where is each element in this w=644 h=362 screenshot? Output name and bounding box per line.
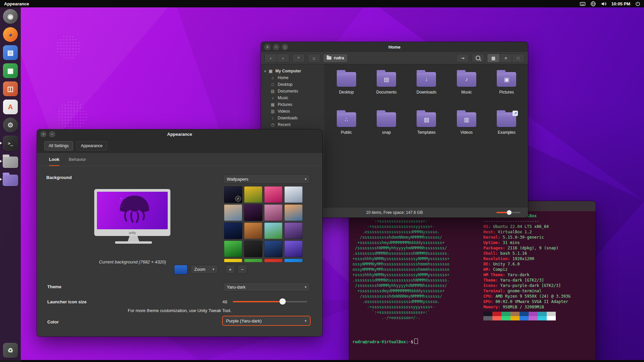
launcher-item-libreoffice-calc[interactable]: ▦	[0, 62, 21, 80]
close-button[interactable]: ×	[264, 44, 271, 50]
wallpaper-source-dropdown[interactable]: Wallpapers ▾	[223, 174, 310, 184]
sidebar-item-label: Downloads	[278, 116, 298, 120]
volume-icon[interactable]	[601, 1, 607, 6]
icon-view-button[interactable]: ▦	[487, 54, 499, 62]
search-button[interactable]	[472, 54, 484, 63]
launcher-item-trash[interactable]: ♻	[0, 341, 21, 359]
maximize-button[interactable]: □	[282, 44, 288, 50]
sidebar-item-pictures[interactable]: ▦Pictures	[261, 101, 325, 108]
wallpaper-thumb-7[interactable]	[264, 204, 282, 221]
wallpaper-thumb-3[interactable]	[264, 186, 282, 203]
breadcrumb[interactable]: rudra	[323, 54, 348, 63]
wallpaper-thumb-4[interactable]	[284, 186, 303, 203]
home-button[interactable]: ⌂	[308, 54, 320, 63]
wallpaper-thumb-8[interactable]	[284, 204, 303, 221]
sidebar-item-downloads[interactable]: ↓Downloads	[261, 115, 325, 121]
launcher-item-ubuntu-software[interactable]: A	[0, 98, 21, 116]
compact-view-button[interactable]: ∷	[512, 54, 524, 62]
file-documents[interactable]: ▤Documents	[366, 70, 406, 110]
list-view-button[interactable]: ≡	[499, 54, 512, 62]
wallpaper-thumb-17[interactable]	[224, 259, 242, 262]
terminal-window[interactable]: × − □ rudra@rudra-VirtualBox .-/+oosssso…	[349, 201, 596, 362]
wallpaper-thumb-5[interactable]	[224, 204, 242, 221]
wallpaper-thumb-9[interactable]	[224, 223, 242, 239]
expander-icon[interactable]: ▾	[264, 69, 266, 73]
wallpaper-thumb-20[interactable]	[284, 259, 303, 262]
launcher-item-terminal[interactable]: >_	[0, 134, 21, 152]
wallpaper-thumb-15[interactable]	[264, 241, 282, 257]
file-examples[interactable]: ↗Examples	[487, 110, 527, 150]
file-music[interactable]: ♪Music	[446, 70, 486, 110]
neofetch-info-line: Theme: Yaru-dark [GTK2/3]	[483, 278, 571, 283]
file-templates[interactable]: ▧Templates	[407, 110, 446, 150]
wallpaper-thumb-11[interactable]	[264, 223, 282, 239]
up-button[interactable]: ^	[292, 54, 305, 63]
tab-look[interactable]: Look	[49, 157, 59, 166]
sidebar-item-my-computer[interactable]: ▾ ▣ My Computer	[261, 68, 325, 74]
wallpaper-thumb-2[interactable]	[244, 186, 262, 203]
forward-button[interactable]: ›	[277, 54, 289, 62]
wallpaper-thumb-10[interactable]	[244, 223, 262, 239]
wallpaper-thumb-13[interactable]	[224, 241, 242, 257]
sidebar-item-music[interactable]: ♪Music	[261, 95, 325, 101]
sidebar-item-home[interactable]: ⌂Home	[261, 74, 325, 81]
wallpaper-dot-circle	[56, 35, 80, 59]
tab-behavior[interactable]: Behavior	[69, 157, 86, 166]
appearance-titlebar[interactable]: × − Appearance	[37, 129, 322, 139]
zoom-mode-dropdown[interactable]: Zoom ▾	[191, 265, 218, 274]
sidebar-item-recent[interactable]: ◷Recent	[261, 121, 325, 128]
wallpaper-thumb-19[interactable]	[264, 259, 282, 262]
zoom-slider-knob[interactable]	[507, 210, 512, 215]
keyboard-indicator-icon[interactable]	[580, 1, 586, 6]
launcher-item-firefox[interactable]: ◕	[0, 25, 21, 44]
color-dropdown[interactable]: Purple (Yaru-dark) ▾	[222, 316, 311, 326]
wallpaper-thumb-14[interactable]	[244, 241, 262, 257]
neofetch-info-line: Kernel: 5.15.0-39-generic	[483, 235, 571, 240]
appearance-panel-button[interactable]: Appearance	[76, 141, 107, 150]
back-button[interactable]: ‹	[265, 54, 277, 62]
wallpaper-thumb-1[interactable]: ✓	[224, 186, 242, 203]
wallpaper-thumb-18[interactable]	[244, 259, 262, 262]
file-public[interactable]: ∴Public	[326, 110, 366, 150]
neofetch-info-line: Uptime: 31 mins	[483, 240, 571, 245]
file-downloads[interactable]: ↓Downloads	[407, 70, 446, 110]
add-wallpaper-button[interactable]: +	[225, 265, 235, 274]
wallpaper-thumb-6[interactable]	[244, 204, 262, 221]
launcher-item-libreoffice-writer[interactable]: ▤	[0, 44, 21, 62]
slider-knob[interactable]	[279, 298, 286, 305]
theme-dropdown[interactable]: Yaru-dark ▾	[223, 282, 310, 292]
launcher-item-settings[interactable]: ⚙	[0, 116, 21, 134]
wallpaper-thumb-16[interactable]	[284, 241, 303, 257]
all-settings-button[interactable]: All Settings	[44, 141, 73, 150]
recent-icon: ◷	[270, 122, 275, 127]
location-entry-toggle-button[interactable]: ⇥	[456, 54, 469, 63]
sidebar-item-documents[interactable]: ▤Documents	[261, 88, 325, 95]
wallpaper-grid[interactable]: ✓	[224, 186, 305, 262]
close-button[interactable]: ×	[40, 131, 47, 137]
color-swatch-button[interactable]	[174, 265, 187, 275]
sidebar-item-desktop[interactable]: □Desktop	[261, 81, 325, 88]
file-label: Documents	[376, 90, 397, 95]
file-manager-titlebar[interactable]: × − □ Home	[261, 42, 528, 52]
launcher-item-archive[interactable]	[0, 170, 21, 188]
file-desktop[interactable]: Desktop	[326, 70, 366, 110]
launcher-item-ubuntu-button[interactable]: ◉	[0, 7, 21, 25]
sidebar-item-videos[interactable]: ▥Videos	[261, 108, 325, 115]
launcher-item-files[interactable]	[0, 152, 21, 170]
shell-prompt[interactable]: rudra@rudra-VirtualBox:~$	[353, 339, 418, 345]
remove-wallpaper-button[interactable]: −	[237, 265, 247, 274]
launcher-item-libreoffice-impress[interactable]: ◫	[0, 80, 21, 98]
file-videos[interactable]: ▥Videos	[446, 110, 486, 150]
file-snap[interactable]: snap	[366, 110, 406, 150]
network-icon[interactable]	[590, 1, 596, 7]
panel-clock[interactable]: 10:05 PM	[611, 1, 630, 6]
file-pictures[interactable]: ▣Pictures	[487, 70, 527, 110]
zoom-slider[interactable]	[496, 212, 521, 213]
minimize-button[interactable]: −	[273, 44, 279, 50]
wallpaper-thumb-12[interactable]	[284, 223, 303, 239]
launcher-icon-size-slider[interactable]	[233, 301, 307, 302]
power-icon[interactable]	[635, 1, 641, 7]
search-icon	[476, 56, 480, 60]
appearance-window[interactable]: × − Appearance All Settings Appearance L…	[37, 129, 322, 337]
minimize-button[interactable]: −	[49, 131, 55, 137]
